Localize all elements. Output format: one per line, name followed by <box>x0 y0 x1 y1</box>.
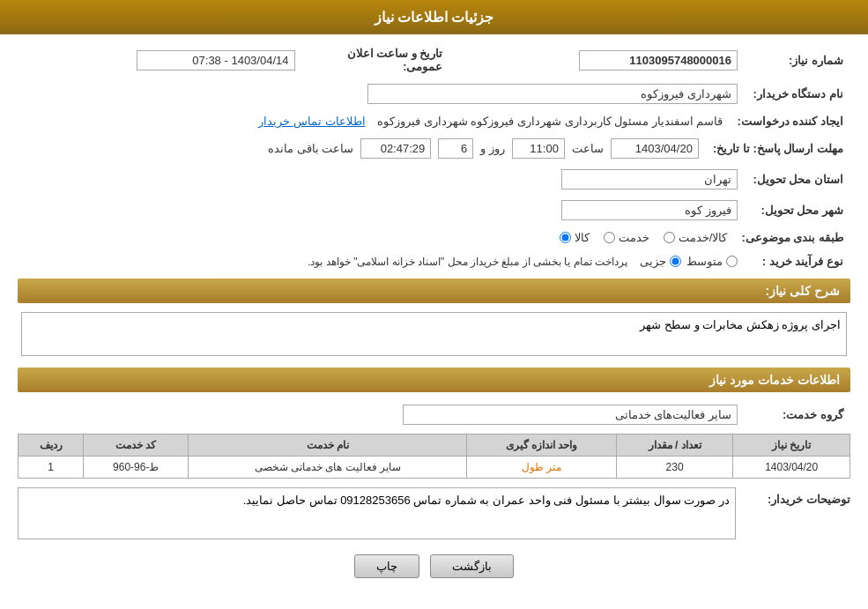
category-service-label: خدمت <box>619 231 649 244</box>
purchase-partial-radio[interactable] <box>670 256 681 267</box>
buyer-org-label: نام دستگاه خریدار: <box>745 80 850 108</box>
service-group-label: گروه خدمت: <box>745 401 850 428</box>
category-goods-service-label: کالا/خدمت <box>679 231 728 244</box>
cell-quantity: 230 <box>616 457 733 479</box>
col-row-num: ردیف <box>19 434 84 457</box>
announce-label: تاریخ و ساعت اعلان عمومی: <box>347 47 443 73</box>
cell-service-code: ط-96-960 <box>84 457 189 479</box>
page-header: جزئیات اطلاعات نیاز <box>0 0 868 34</box>
creator-label: ایجاد کننده درخواست: <box>730 111 850 131</box>
cell-need-date: 1403/04/20 <box>733 457 850 479</box>
col-service-code: کد خدمت <box>84 434 189 457</box>
purchase-medium-label: متوسط <box>686 255 723 268</box>
city-value: فیروز کوه <box>561 200 738 220</box>
buyer-desc-label: توضیحات خریدار: <box>745 487 850 506</box>
purchase-partial-label: جزیی <box>640 255 666 268</box>
services-table: تاریخ نیاز تعداد / مقدار واحد اندازه گیر… <box>18 434 850 479</box>
general-desc-label: شرح کلی نیاز: <box>766 284 840 298</box>
col-quantity: تعداد / مقدار <box>616 434 733 457</box>
creator-value: قاسم اسفندیار مسئول کاربرداری شهرداری فی… <box>377 115 723 128</box>
province-label: استان محل تحویل: <box>745 166 850 193</box>
deadline-time-label: ساعت <box>572 142 604 155</box>
col-unit: واحد اندازه گیری <box>467 434 617 457</box>
category-label: طبقه بندی موضوعی: <box>734 227 850 248</box>
print-button[interactable]: چاپ <box>354 554 419 578</box>
deadline-remaining-label: ساعت باقی مانده <box>268 142 353 155</box>
deadline-date: 1403/04/20 <box>611 138 699 159</box>
announce-value: 1403/04/14 - 07:38 <box>137 50 295 71</box>
province-value: تهران <box>561 169 738 189</box>
contact-link[interactable]: اطلاعات تماس خریدار <box>258 115 365 128</box>
category-goods-label: کالا <box>575 231 590 244</box>
deadline-remaining: 02:47:29 <box>360 138 431 159</box>
table-row: 1403/04/20230متر طولسایر فعالیت های خدما… <box>19 457 850 479</box>
city-label: شهر محل تحویل: <box>745 197 850 224</box>
purchase-note: پرداخت تمام یا بخشی از مبلغ خریداز محل "… <box>308 256 627 268</box>
services-info-section: اطلاعات خدمات مورد نیاز <box>18 368 850 392</box>
cell-row-num: 1 <box>19 457 84 479</box>
buyer-desc-textarea <box>18 487 736 539</box>
category-goods-service-option[interactable]: کالا/خدمت <box>664 231 728 244</box>
deadline-days: 6 <box>438 138 473 159</box>
buyer-org-value: شهرداری فیروزکوه <box>367 84 738 104</box>
general-desc-section: شرح کلی نیاز: <box>18 279 850 303</box>
deadline-days-label: روز و <box>480 142 505 155</box>
category-service-option[interactable]: خدمت <box>604 231 649 244</box>
purchase-medium-option[interactable]: متوسط <box>686 255 738 268</box>
need-number-label: شماره نیاز: <box>745 43 850 77</box>
buttons-row: بازگشت چاپ <box>18 554 850 578</box>
category-goods-service-radio[interactable] <box>664 232 675 243</box>
general-desc-textarea: <span data-bind="fields.general_desc_val… <box>21 312 847 356</box>
category-service-radio[interactable] <box>604 232 615 243</box>
deadline-time: 11:00 <box>512 138 565 159</box>
cell-unit: متر طول <box>467 457 617 479</box>
col-service-name: نام خدمت <box>189 434 467 457</box>
services-info-label: اطلاعات خدمات مورد نیاز <box>709 373 840 387</box>
cell-service-name: سایر فعالیت های خدماتی شخصی <box>189 457 467 479</box>
service-group-value: سایر فعالیت‌های خدماتی <box>403 405 738 425</box>
purchase-medium-radio[interactable] <box>726 256 738 267</box>
page-title: جزئیات اطلاعات نیاز <box>375 10 494 25</box>
back-button[interactable]: بازگشت <box>430 554 514 578</box>
purchase-type-label: نوع فرآیند خرید : <box>745 251 850 271</box>
purchase-partial-option[interactable]: جزیی <box>640 255 681 268</box>
category-goods-radio[interactable] <box>560 232 571 243</box>
need-number-value: 1103095748000016 <box>579 50 738 71</box>
col-need-date: تاریخ نیاز <box>733 434 850 457</box>
deadline-label: مهلت ارسال پاسخ: تا تاریخ: <box>706 135 850 162</box>
category-goods-option[interactable]: کالا <box>560 231 590 244</box>
